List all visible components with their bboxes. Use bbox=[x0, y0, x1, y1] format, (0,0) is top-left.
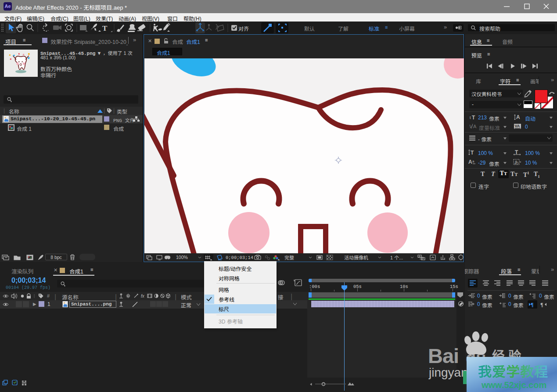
svg-text:T: T bbox=[471, 150, 474, 155]
svg-text:完整: 完整 bbox=[284, 255, 294, 260]
svg-text:A: A bbox=[473, 124, 477, 129]
svg-text:あ: あ bbox=[514, 160, 519, 165]
svg-text:1 个...: 1 个... bbox=[390, 255, 403, 260]
svg-text:a: a bbox=[472, 159, 474, 163]
svg-text:A: A bbox=[468, 159, 472, 165]
svg-text:活动摄像机: 活动摄像机 bbox=[344, 255, 368, 260]
svg-text:T: T bbox=[472, 115, 475, 120]
svg-text:0;00;03;14: 0;00;03;14 bbox=[226, 255, 253, 260]
svg-text:fx: fx bbox=[141, 294, 145, 298]
svg-text:100%: 100% bbox=[176, 255, 188, 260]
svg-text:T: T bbox=[102, 24, 108, 32]
svg-text:A: A bbox=[516, 114, 520, 120]
svg-text:t: t bbox=[470, 115, 471, 120]
svg-text:¶: ¶ bbox=[531, 302, 533, 307]
svg-text:VA: VA bbox=[515, 124, 520, 128]
svg-text:¶: ¶ bbox=[540, 302, 543, 307]
